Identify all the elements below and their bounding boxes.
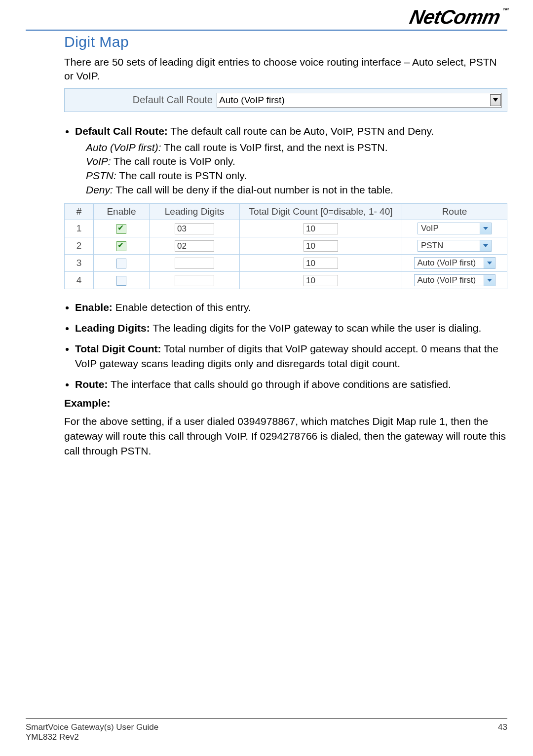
table-row: 3 Auto (VoIP first) [65,255,507,272]
trademark-icon: ™ [501,7,509,14]
leading-digits-input[interactable] [175,275,214,286]
def-auto-text: The call route is VoIP first, and the ne… [161,142,388,153]
leading-digits-input[interactable] [175,240,214,252]
example-body: For the above setting, if a user dialed … [64,414,507,458]
def-voip-label: VoIP: [86,155,111,167]
total-digit-input[interactable] [304,240,338,252]
bullet-enable: Enable: Enable detection of this entry. [75,300,507,315]
footer-subtitle: YML832 Rev2 [26,732,507,742]
enable-checkbox[interactable] [116,276,126,286]
definitions-block: Auto (VoIP first): The call route is VoI… [75,141,507,198]
bullet-total-digit-count: Total Digit Count: Total number of digit… [75,341,507,371]
footer-title: SmartVoice Gateway(s) User Guide [26,722,158,732]
default-call-route-select[interactable]: Auto (VoIP first) [217,93,502,108]
default-call-route-select-wrap: Auto (VoIP first) [217,93,502,108]
enable-checkbox[interactable] [116,241,126,251]
default-call-route-panel: Default Call Route Auto (VoIP first) [64,88,507,112]
bullet-title: Default Call Route: [75,125,168,137]
bullet-title: Route: [75,378,108,390]
bullet-text: The leading digits for the VoIP gateway … [150,322,482,334]
page-footer: SmartVoice Gateway(s) User Guide 43 YML8… [26,714,507,742]
leading-digits-input[interactable] [175,223,214,234]
chevron-down-icon [484,275,495,286]
route-select[interactable]: Auto (VoIP first) [414,274,495,286]
brand-logo: NetComm™ [408,7,509,27]
chevron-down-icon [480,240,491,251]
col-enable: Enable [94,204,150,220]
digit-map-table: # Enable Leading Digits Total Digit Coun… [64,203,507,289]
bullet-text: Enable detection of this entry. [113,302,251,313]
def-deny-text: The call will be deny if the dial-out nu… [113,184,393,195]
route-select[interactable]: Auto (VoIP first) [414,257,495,269]
chevron-down-icon [484,258,495,268]
row-index: 1 [65,220,94,237]
route-select-value: Auto (VoIP first) [418,275,476,285]
section-heading: Digit Map [64,34,507,50]
table-row: 1 VoIP [65,220,507,237]
leading-digits-input[interactable] [175,258,214,269]
row-index: 4 [65,272,94,289]
col-index: # [65,204,94,220]
col-leading: Leading Digits [150,204,240,220]
chevron-down-icon [480,223,491,234]
bullet-text: The interface that calls should go throu… [108,378,451,390]
route-select[interactable]: VoIP [418,223,492,234]
enable-checkbox[interactable] [116,224,126,234]
header-divider [26,30,507,31]
default-call-route-label: Default Call Route [70,94,217,106]
total-digit-input[interactable] [304,258,338,269]
page-number: 43 [498,722,507,732]
brand-logo-text: NetComm [408,6,502,28]
bullet-text: The default call route can be Auto, VoIP… [168,125,434,137]
def-pstn-text: The call route is PSTN only. [116,170,247,181]
col-total: Total Digit Count [0=disable, 1- 40] [240,204,402,220]
def-auto-label: Auto (VoIP first): [86,142,161,153]
bullet-title: Total Digit Count: [75,343,161,354]
col-route: Route [402,204,507,220]
example-heading: Example: [64,397,507,409]
bullet-leading-digits: Leading Digits: The leading digits for t… [75,321,507,336]
table-row: 2 PSTN [65,237,507,255]
footer-divider [26,718,507,718]
bullet-default-call-route: Default Call Route: The default call rou… [75,124,507,198]
total-digit-input[interactable] [304,223,338,234]
table-row: 4 Auto (VoIP first) [65,272,507,289]
table-header-row: # Enable Leading Digits Total Digit Coun… [65,204,507,220]
total-digit-input[interactable] [304,275,338,286]
def-voip-text: The call route is VoIP only. [111,155,235,167]
intro-text: There are 50 sets of leading digit entri… [64,55,507,83]
bullet-title: Leading Digits: [75,322,150,334]
route-select[interactable]: PSTN [418,240,492,252]
route-select-value: PSTN [421,241,443,251]
bullet-route: Route: The interface that calls should g… [75,377,507,392]
def-deny-label: Deny: [86,184,113,195]
row-index: 2 [65,237,94,255]
route-select-value: VoIP [421,224,439,233]
enable-checkbox[interactable] [116,259,126,268]
bullet-title: Enable: [75,302,113,313]
row-index: 3 [65,255,94,272]
def-pstn-label: PSTN: [86,170,116,181]
route-select-value: Auto (VoIP first) [418,258,476,268]
